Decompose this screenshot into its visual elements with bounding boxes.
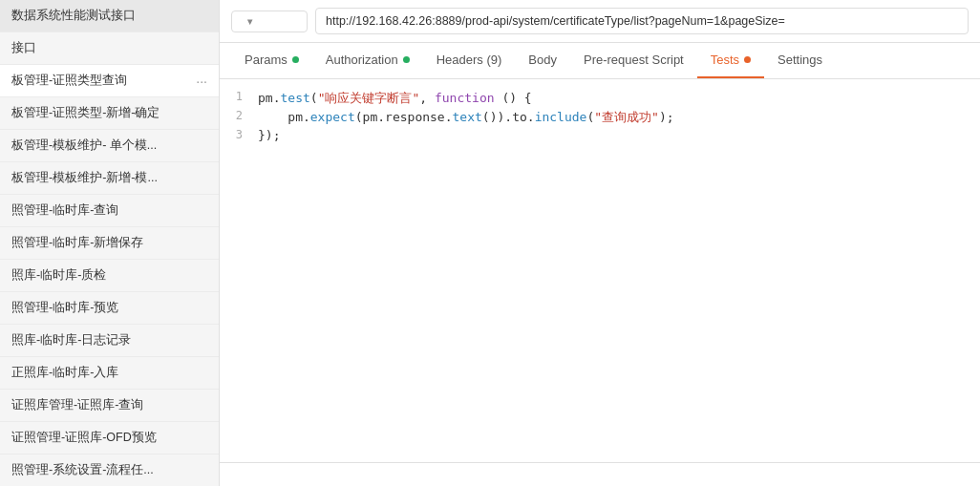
code-token: . [303,110,310,124]
code-content: pm.expect(pm.response.text()).to.include… [258,109,980,126]
code-line: 1pm.test("响应关键字断言", function () { [220,89,980,108]
sidebar-item-label: 证照管理-证照库-OFD预览 [11,430,157,446]
tab-label: Pre-request Script [584,53,684,67]
tab-label: Settings [778,53,822,67]
line-number: 1 [220,90,258,103]
more-options-icon[interactable]: ··· [196,74,207,89]
url-bar: ▾ [220,0,980,43]
sidebar-item-item-2[interactable]: 接口 [0,32,219,65]
tab-params[interactable]: Params [231,43,312,78]
code-token: . [445,110,453,124]
code-token: . [527,110,535,124]
sidebar-item-item-15[interactable]: 照管理-系统设置-流程任... [0,454,219,486]
sidebar-item-label: 照管理-临时库-查询 [11,202,118,219]
code-token: "查询成功" [594,110,659,124]
sidebar-item-item-14[interactable]: 证照管理-证照库-OFD预览 [0,422,219,454]
sidebar-item-item-5[interactable]: 板管理-模板维护- 单个模... [0,130,219,162]
line-number: 2 [220,109,258,122]
code-content: pm.test("响应关键字断言", function () { [258,90,980,107]
sidebar-item-label: 照管理-临时库-预览 [11,300,118,316]
url-input[interactable] [315,8,969,34]
code-token: text [453,110,482,124]
code-token: include [535,110,587,124]
code-token: ( [355,110,363,124]
tab-label: Headers (9) [437,53,502,67]
code-token: ( [310,91,318,105]
sidebar-item-label: 证照库管理-证照库-查询 [11,397,143,413]
code-token: }); [258,128,280,142]
code-token: () { [495,91,532,105]
code-token: ()) [482,110,504,124]
sidebar-item-item-12[interactable]: 正照库-临时库-入库 [0,357,219,390]
code-line: 2 pm.expect(pm.response.text()).to.inclu… [220,108,980,127]
tab-status-dot [744,56,751,63]
tab-prerequest[interactable]: Pre-request Script [570,43,697,78]
sidebar-item-item-13[interactable]: 证照库管理-证照库-查询 [0,390,219,422]
chevron-down-icon: ▾ [247,16,252,27]
code-token: response [385,110,445,124]
tab-label: Tests [711,53,739,67]
sidebar-item-label: 板管理-证照类型查询 [11,73,127,89]
sidebar-item-label: 正照库-临时库-入库 [11,365,118,381]
sidebar-item-item-3[interactable]: 板管理-证照类型查询··· [0,65,219,97]
sidebar-item-label: 板管理-模板维护-新增-模... [11,170,158,186]
tab-label: Params [245,53,288,67]
code-content: }); [258,128,980,142]
sidebar-item-label: 照管理-系统设置-流程任... [11,462,154,478]
code-token: "响应关键字断言" [318,91,420,105]
code-token: pm [363,110,378,124]
code-token: . [377,110,385,124]
tab-status-dot [403,56,410,63]
sidebar-item-item-10[interactable]: 照管理-临时库-预览 [0,292,219,325]
tab-authorization[interactable]: Authorization [312,43,423,78]
sidebar-item-label: 照库-临时库-质检 [11,267,106,284]
sidebar-item-item-6[interactable]: 板管理-模板维护-新增-模... [0,162,219,195]
tab-label: Body [528,53,557,67]
sidebar-item-item-1[interactable]: 数据系统性能测试接口 [0,0,219,32]
sidebar-item-label: 照管理-临时库-新增保存 [11,235,143,251]
sidebar-item-label: 板管理-证照类型-新增-确定 [11,105,160,121]
tab-body[interactable]: Body [515,43,570,78]
tab-settings[interactable]: Settings [764,43,836,78]
sidebar-item-item-9[interactable]: 照库-临时库-质检 [0,260,219,292]
tab-label: Authorization [326,53,398,67]
code-token: test [280,91,309,105]
code-token: . [504,110,512,124]
code-token: function [435,91,495,105]
tab-headers[interactable]: Headers (9) [423,43,516,78]
sidebar-item-label: 数据系统性能测试接口 [11,8,136,24]
tab-tests[interactable]: Tests [697,43,764,78]
code-token: ); [659,110,674,124]
code-token: pm [258,91,273,105]
main-panel: ▾ ParamsAuthorizationHeaders (9)BodyPre-… [220,0,980,486]
sidebar: 数据系统性能测试接口接口板管理-证照类型查询···板管理-证照类型-新增-确定板… [0,0,220,486]
method-select[interactable]: ▾ [231,11,308,32]
tabs-bar: ParamsAuthorizationHeaders (9)BodyPre-re… [220,43,980,79]
tab-status-dot [292,56,299,63]
code-token: , [419,91,435,105]
code-token: to [512,110,527,124]
sidebar-item-item-8[interactable]: 照管理-临时库-新增保存 [0,227,219,260]
line-number: 3 [220,128,258,141]
code-token: pm [258,110,303,124]
sidebar-item-label: 照库-临时库-日志记录 [11,332,131,349]
sidebar-item-label: 板管理-模板维护- 单个模... [11,137,157,154]
code-token: expect [310,110,355,124]
code-editor[interactable]: 1pm.test("响应关键字断言", function () {2 pm.ex… [220,79,980,462]
sidebar-item-item-11[interactable]: 照库-临时库-日志记录 [0,325,219,357]
sidebar-item-label: 接口 [11,40,36,56]
response-section [220,462,980,486]
code-line: 3}); [220,127,980,143]
sidebar-item-item-7[interactable]: 照管理-临时库-查询 [0,195,219,227]
sidebar-item-item-4[interactable]: 板管理-证照类型-新增-确定 [0,97,219,130]
